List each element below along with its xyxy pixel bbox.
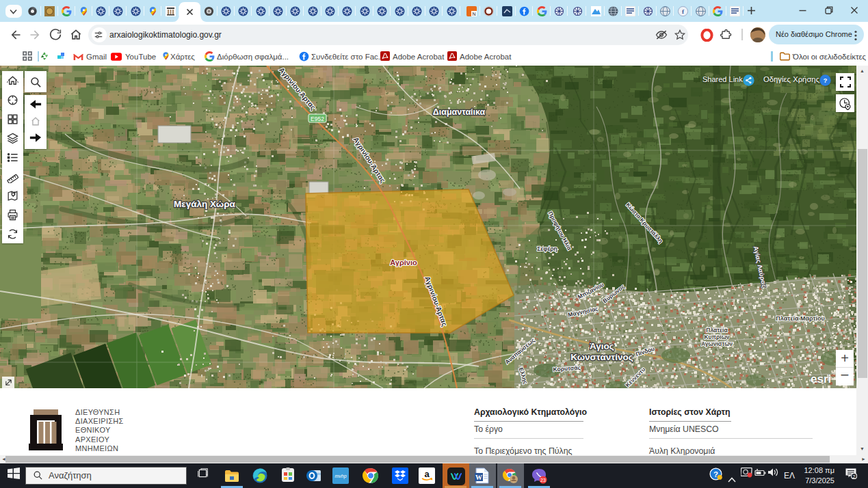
svg-text:?: ?	[824, 77, 828, 84]
svg-text:Μεγάλη Χώρα: Μεγάλη Χώρα	[174, 199, 236, 209]
svg-text:Σεφέρη: Σεφέρη	[537, 245, 557, 252]
svg-text:Κωνσταντίνος: Κωνσταντίνος	[570, 352, 633, 362]
svg-text:2: 2	[852, 474, 856, 480]
svg-text:W: W	[475, 474, 482, 481]
svg-text:Κυπρίων: Κυπρίων	[704, 334, 729, 340]
svg-text:Άγιος: Άγιος	[590, 341, 614, 351]
svg-text:mvhp: mvhp	[334, 474, 346, 479]
svg-text:23: 23	[540, 478, 546, 483]
svg-text:a: a	[424, 469, 430, 479]
svg-text:Αγωνιστών: Αγωνιστών	[701, 340, 733, 347]
svg-text:Διαμανταίικα: Διαμανταίικα	[433, 107, 486, 117]
svg-text:N: N	[472, 12, 475, 16]
svg-text:Αγρίνιο: Αγρίνιο	[390, 258, 417, 267]
svg-text:E952: E952	[311, 116, 324, 122]
svg-text:Πλατεία: Πλατεία	[706, 327, 728, 334]
svg-text:Πλατεία Μαρτίου: Πλατεία Μαρτίου	[776, 315, 824, 322]
